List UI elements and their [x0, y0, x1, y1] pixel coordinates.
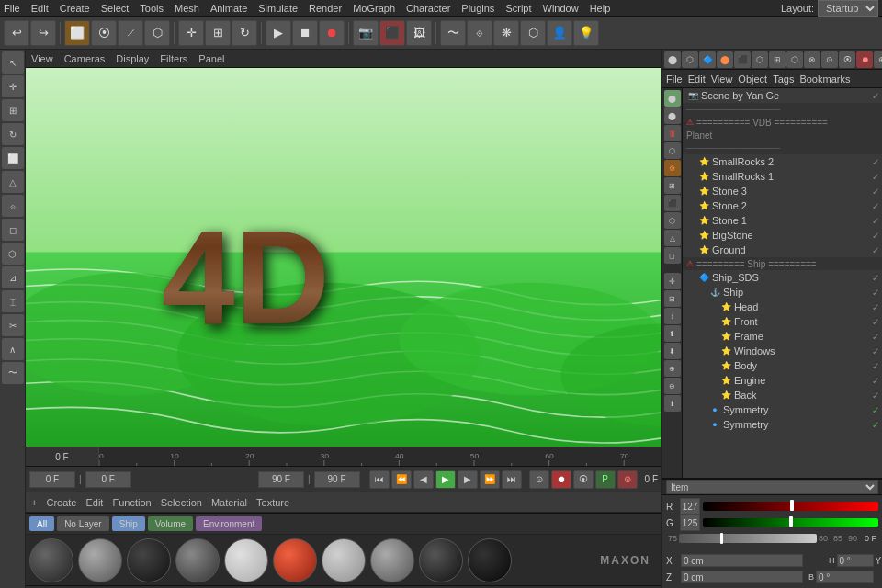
hi-icon-link[interactable]: ⊕: [664, 360, 681, 377]
menu-character[interactable]: Character: [406, 3, 450, 14]
rp-btn-2[interactable]: ⬡: [682, 51, 698, 68]
render-view-btn[interactable]: 🖼: [406, 20, 432, 46]
g-slider-track[interactable]: [703, 518, 878, 527]
hier-frame[interactable]: ⭐ Frame ✓: [683, 329, 882, 344]
range-thumb[interactable]: [720, 533, 723, 544]
vp-filters-menu[interactable]: Filters: [160, 53, 187, 64]
mat-tab-nolayer[interactable]: No Layer: [57, 516, 109, 531]
menu-file[interactable]: File: [4, 3, 20, 14]
sidebar-s9[interactable]: ∧: [2, 338, 24, 360]
rp-view[interactable]: View: [711, 74, 733, 85]
hier-head[interactable]: ⭐ Head ✓: [683, 300, 882, 314]
mat-swatch-2[interactable]: [78, 538, 122, 582]
current-frame-input[interactable]: [29, 471, 75, 488]
sidebar-s7[interactable]: ⌶: [2, 290, 24, 312]
sidebar-move[interactable]: ✛: [2, 75, 24, 97]
mat-swatch-9[interactable]: [419, 538, 463, 582]
mat-swatch-3[interactable]: [127, 538, 171, 582]
transport-next[interactable]: ▶: [458, 470, 478, 489]
hi-icon-9[interactable]: △: [664, 230, 681, 246]
menu-window[interactable]: Window: [543, 3, 579, 14]
move-tool[interactable]: ✛: [178, 20, 204, 46]
rp-object[interactable]: Object: [738, 74, 767, 85]
sidebar-s10[interactable]: 〜: [2, 362, 24, 384]
z-input[interactable]: [681, 571, 803, 583]
spline-btn[interactable]: 〜: [440, 20, 466, 46]
r-slider-thumb[interactable]: [790, 500, 794, 511]
mat-material[interactable]: Material: [211, 497, 247, 508]
light-btn[interactable]: 💡: [573, 20, 599, 46]
vp-panel-menu[interactable]: Panel: [198, 53, 224, 64]
hier-ground[interactable]: ⭐ Ground ✓: [683, 243, 882, 257]
mat-tab-environment[interactable]: Environment: [196, 516, 262, 531]
sidebar-rotate[interactable]: ↻: [2, 123, 24, 145]
g-slider-thumb[interactable]: [789, 516, 793, 527]
rp-file[interactable]: File: [666, 74, 683, 85]
hier-ship[interactable]: ⚓ Ship ✓: [683, 285, 882, 300]
menu-script[interactable]: Script: [505, 3, 531, 14]
hier-scene[interactable]: 📷 Scene by Yan Ge ✓: [683, 88, 882, 103]
rotate-tool[interactable]: ↻: [232, 20, 257, 46]
mat-swatch-7[interactable]: [322, 538, 366, 582]
3d-viewport[interactable]: 4D 4D: [26, 68, 662, 447]
rp-btn-6[interactable]: ⊞: [769, 51, 786, 68]
mat-swatch-4[interactable]: [175, 538, 220, 582]
record-auto[interactable]: ⏺: [551, 470, 571, 489]
hi-icon-2[interactable]: ⬤: [664, 107, 681, 124]
rp-btn-sphere[interactable]: ⬤: [717, 51, 733, 68]
mode-poly[interactable]: ⬡: [144, 20, 170, 46]
rp-btn-1[interactable]: ⬤: [664, 51, 681, 68]
rp-btn-10[interactable]: ⦿: [839, 51, 855, 68]
hier-engine[interactable]: ⭐ Engine ✓: [683, 373, 882, 388]
transport-next-key[interactable]: ⏩: [480, 470, 500, 489]
hier-windows[interactable]: ⭐ Windows ✓: [683, 344, 882, 358]
hi-icon-4[interactable]: ⬡: [664, 142, 681, 159]
play-tool[interactable]: ▶: [266, 20, 291, 46]
menu-help[interactable]: Help: [590, 3, 611, 14]
hier-stone1[interactable]: ⭐ Stone 1 ✓: [683, 213, 882, 228]
menu-animate[interactable]: Animate: [210, 3, 247, 14]
render-btn[interactable]: ⬛: [379, 20, 405, 46]
rp-btn-cube[interactable]: ⬛: [734, 51, 751, 68]
sidebar-s4[interactable]: ◻: [2, 219, 24, 241]
transport-start[interactable]: ⏮: [369, 470, 390, 489]
sidebar-s1[interactable]: ⬜: [2, 147, 24, 169]
field-btn[interactable]: ❋: [493, 20, 519, 46]
menu-edit[interactable]: Edit: [31, 3, 49, 14]
hier-stone3[interactable]: ⭐ Stone 3 ✓: [683, 184, 882, 198]
hi-icon-10[interactable]: ◻: [664, 247, 681, 264]
menu-plugins[interactable]: Plugins: [461, 3, 494, 14]
timeline-ruler[interactable]: 0 F: [26, 447, 662, 467]
undo-btn[interactable]: ↩: [4, 20, 29, 46]
hi-icon-unlink[interactable]: ⊖: [664, 378, 681, 394]
record-pos[interactable]: P: [595, 470, 616, 489]
r-value-box[interactable]: 127: [680, 498, 700, 514]
rp-bookmarks[interactable]: Bookmarks: [799, 74, 850, 85]
mat-swatch-6[interactable]: [273, 538, 317, 582]
end-preview-input[interactable]: [258, 471, 304, 488]
hier-stone2[interactable]: ⭐ Stone 2 ✓: [683, 198, 882, 213]
menu-simulate[interactable]: Simulate: [258, 3, 298, 14]
timeline-track[interactable]: 0 10 20 30 40 50 60 70: [99, 447, 662, 466]
mode-object[interactable]: ⬜: [64, 20, 90, 46]
hi-icon-8[interactable]: ⬡: [664, 212, 681, 229]
sidebar-s6[interactable]: ⊿: [2, 266, 24, 288]
mode-edge[interactable]: ⟋: [118, 20, 143, 46]
hi-icon-7[interactable]: ⬛: [664, 195, 681, 211]
x-input[interactable]: [681, 554, 803, 567]
hier-back[interactable]: ⭐ Back ✓: [683, 388, 882, 402]
mode-point[interactable]: ⦿: [91, 20, 117, 46]
mat-create[interactable]: Create: [46, 497, 76, 508]
scale-tool[interactable]: ⊞: [205, 20, 231, 46]
transport-prev[interactable]: ◀: [413, 470, 434, 489]
rp-edit[interactable]: Edit: [688, 74, 706, 85]
mat-function[interactable]: Function: [112, 497, 151, 508]
menu-tools[interactable]: Tools: [140, 3, 164, 14]
mat-edit[interactable]: Edit: [85, 497, 103, 508]
hier-symmetry2[interactable]: ● Symmetry ✓: [683, 417, 882, 432]
vp-display-menu[interactable]: Display: [116, 53, 149, 64]
sidebar-select[interactable]: ↖: [2, 51, 24, 74]
g-value-box[interactable]: 125: [680, 514, 700, 531]
rp-btn-11[interactable]: ⊕: [874, 51, 882, 68]
item-dropdown[interactable]: Item: [666, 480, 878, 494]
